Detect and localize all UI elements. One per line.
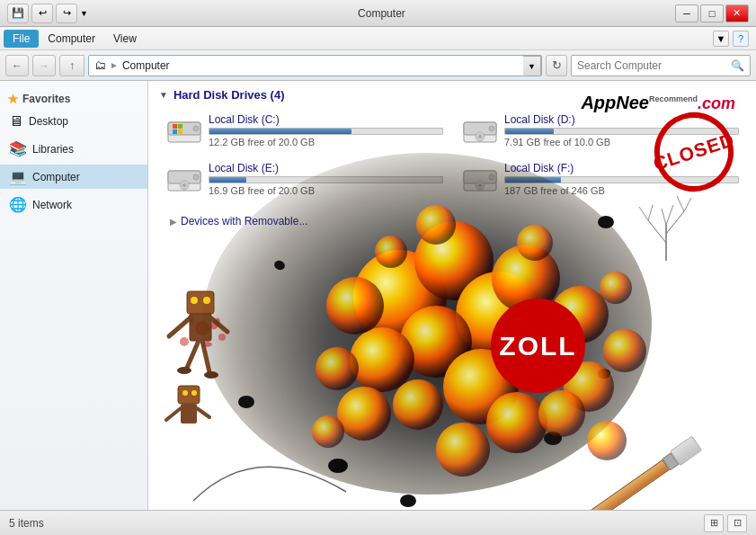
svg-point-31	[551, 286, 609, 343]
refresh-button[interactable]: ↻	[546, 55, 567, 76]
drives-grid: Local Disk (C:) 12.2 GB free of 20.0 GB	[159, 109, 745, 201]
drive-name-e: Local Disk (E:)	[209, 162, 443, 174]
svg-point-9	[489, 126, 494, 131]
drive-bar-container-f	[504, 176, 739, 183]
menu-item-view[interactable]: View	[104, 30, 146, 48]
view-large-icons-button[interactable]: ⊡	[727, 514, 747, 532]
up-button[interactable]: ↑	[59, 55, 84, 76]
soot-7	[598, 369, 610, 379]
favorites-section: ★ Favorites 🖥 Desktop	[0, 88, 147, 133]
blood-splatter	[166, 292, 238, 366]
svg-line-66	[166, 408, 181, 420]
svg-line-56	[169, 318, 190, 336]
drive-info-e: Local Disk (E:) 16.9 GB free of 20.0 GB	[209, 162, 443, 196]
quick-access-toolbar: 💾 ↩ ↪ ▼	[7, 4, 88, 23]
svg-point-51	[201, 342, 212, 347]
zoll-badge: ZOLL	[491, 299, 585, 393]
eraser	[670, 435, 702, 466]
drive-info-d: Local Disk (D:) 7.91 GB free of 10.0 GB	[504, 113, 739, 147]
sidebar-item-libraries[interactable]: 📚 Libraries	[0, 137, 147, 161]
soot-2	[238, 396, 254, 408]
svg-point-14	[193, 174, 199, 180]
soot-6	[544, 432, 562, 445]
svg-point-44	[587, 421, 627, 460]
devices-section-label: Devices with Removable...	[181, 215, 307, 227]
save-button[interactable]: 💾	[7, 4, 29, 23]
address-dropdown-button[interactable]: ▼	[523, 56, 541, 76]
status-bar: 5 items ⊞ ⊡	[0, 510, 756, 535]
sidebar-item-desktop[interactable]: 🖥 Desktop	[0, 110, 147, 133]
svg-point-38	[436, 423, 490, 477]
star-icon: ★	[7, 92, 19, 106]
sidebar-item-label-network: Network	[32, 199, 72, 211]
svg-rect-3	[173, 124, 177, 129]
hard-disk-section-header: ▼ Hard Disk Drives (4)	[159, 88, 745, 102]
drive-item-c[interactable]: Local Disk (C:) 12.2 GB free of 20.0 GB	[159, 109, 449, 152]
address-path: 🗂 ► Computer	[89, 56, 523, 76]
sidebar-item-label-desktop: Desktop	[29, 115, 68, 128]
title-bar-left: 💾 ↩ ↪ ▼	[7, 4, 88, 23]
devices-section[interactable]: ▶ Devices with Removable...	[159, 211, 745, 231]
drive-item-f[interactable]: Local Disk (F:) 187 GB free of 246 GB	[455, 157, 745, 201]
forward-button[interactable]: →	[32, 55, 56, 76]
help-button[interactable]: ?	[733, 31, 749, 47]
svg-point-16	[182, 183, 186, 187]
menu-item-file[interactable]: File	[4, 30, 39, 48]
redo-button[interactable]: ↪	[56, 4, 77, 23]
back-button[interactable]: ←	[5, 55, 29, 76]
drive-name-f: Local Disk (F:)	[504, 162, 739, 174]
svg-point-33	[486, 392, 547, 453]
close-button[interactable]: ✕	[725, 4, 749, 22]
menu-bar: File Computer View ▼ ?	[0, 27, 756, 50]
pen-body	[582, 459, 670, 510]
search-icon: 🔍	[731, 59, 744, 72]
favorites-label: Favorites	[22, 93, 70, 105]
svg-point-48	[187, 313, 196, 325]
sidebar-item-computer[interactable]: 💻 Computer	[0, 165, 147, 189]
svg-rect-52	[187, 291, 214, 314]
drive-bar-container-c	[209, 128, 443, 135]
svg-rect-5	[173, 129, 177, 134]
address-input[interactable]: 🗂 ► Computer ▼	[88, 55, 542, 76]
drives-section: ▼ Hard Disk Drives (4)	[148, 81, 756, 238]
svg-point-11	[478, 135, 482, 138]
help-down-arrow[interactable]: ▼	[713, 31, 729, 47]
view-details-button[interactable]: ⊞	[704, 514, 724, 532]
drive-info-c: Local Disk (C:) 12.2 GB free of 20.0 GB	[209, 113, 443, 147]
drive-item-e[interactable]: Local Disk (E:) 16.9 GB free of 20.0 GB	[159, 157, 449, 201]
status-bar-right: ⊞ ⊡	[704, 514, 747, 532]
svg-point-47	[209, 317, 222, 331]
content-area: ▼ Hard Disk Drives (4)	[148, 81, 756, 510]
svg-point-63	[182, 390, 188, 396]
undo-button[interactable]: ↩	[31, 4, 53, 23]
svg-point-30	[337, 387, 391, 441]
sidebar-item-label-libraries: Libraries	[32, 143, 74, 156]
svg-point-53	[191, 297, 198, 304]
drive-item-d[interactable]: Local Disk (D:) 7.91 GB free of 10.0 GB	[455, 109, 745, 152]
favorites-header[interactable]: ★ Favorites	[0, 88, 147, 110]
svg-point-46	[195, 321, 209, 335]
svg-line-67	[197, 408, 209, 417]
search-input[interactable]	[577, 59, 727, 72]
title-bar: 💾 ↩ ↪ ▼ Computer ─ □ ✕	[0, 0, 756, 27]
search-box[interactable]: 🔍	[571, 55, 751, 76]
svg-point-22	[353, 250, 447, 343]
window-controls: ─ □ ✕	[675, 4, 749, 22]
svg-point-36	[538, 390, 585, 437]
soot-3	[328, 459, 348, 473]
computer-icon: 💻	[9, 168, 27, 185]
svg-point-24	[456, 272, 542, 358]
sidebar-item-network[interactable]: 🌐 Network	[0, 192, 147, 217]
drive-icon-d	[461, 115, 497, 147]
drive-info-f: Local Disk (F:) 187 GB free of 246 GB	[504, 162, 739, 196]
connecting-line-svg	[148, 366, 436, 510]
drive-icon-e	[165, 164, 201, 195]
svg-rect-4	[178, 124, 182, 129]
svg-point-49	[218, 334, 226, 341]
maximize-button[interactable]: □	[700, 4, 724, 22]
dropdown-arrow-icon[interactable]: ▼	[80, 9, 88, 18]
hard-disk-section-label: Hard Disk Drives (4)	[173, 88, 285, 102]
menu-item-computer[interactable]: Computer	[39, 30, 104, 48]
svg-point-43	[600, 272, 632, 304]
minimize-button[interactable]: ─	[675, 4, 698, 22]
